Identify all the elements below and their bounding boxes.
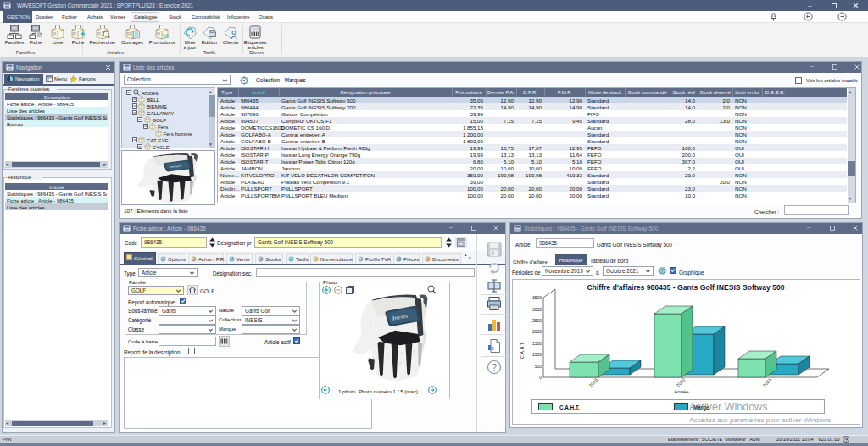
svg-text:2019: 2019 [587, 377, 598, 388]
svg-text:2021: 2021 [761, 377, 772, 388]
svg-text:2020: 2020 [675, 377, 686, 388]
svg-text:?: ? [492, 363, 497, 372]
svg-text:%: % [163, 32, 169, 40]
svg-text:Année: Année [674, 389, 689, 394]
